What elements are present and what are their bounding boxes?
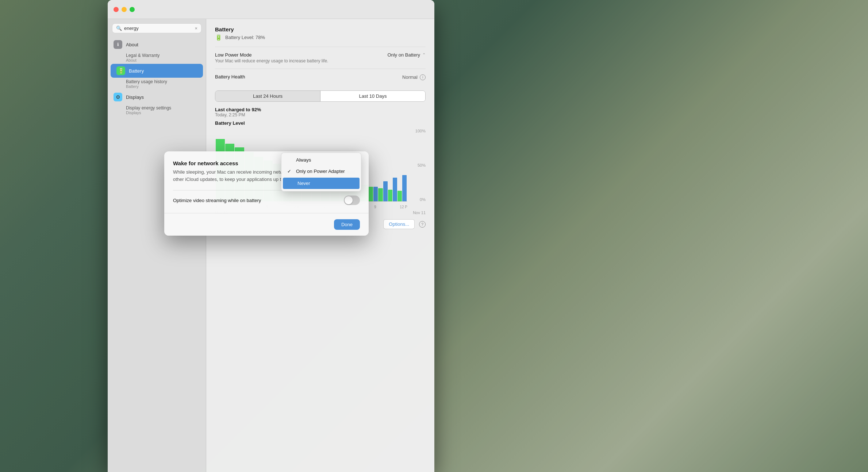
date-nov11: Nov 11 bbox=[413, 210, 426, 215]
search-input[interactable] bbox=[124, 26, 192, 31]
sidebar-item-about-label: About bbox=[126, 42, 138, 47]
tab-last-24-hours[interactable]: Last 24 Hours bbox=[215, 91, 320, 101]
preferences-window: 🔍 × ℹ About Legal & Warranty About 🔋 bbox=[108, 0, 434, 472]
menu-item-never[interactable]: Never bbox=[283, 178, 360, 189]
displays-energy-label: Display energy settings bbox=[126, 105, 200, 111]
sidebar-sub-battery-usage[interactable]: Battery usage history Battery bbox=[108, 78, 206, 90]
battery-health-value: Normal bbox=[402, 74, 418, 80]
low-power-mode-label-block: Low Power Mode Your Mac will reduce ener… bbox=[215, 52, 328, 63]
battery-level-text: Battery Level: 78% bbox=[225, 35, 265, 40]
battery-sidebar-icon: 🔋 bbox=[116, 66, 125, 75]
help-icon[interactable]: ? bbox=[419, 221, 426, 228]
optimize-video-label: Optimize video streaming while on batter… bbox=[173, 198, 261, 203]
battery-health-info-icon[interactable]: i bbox=[420, 74, 426, 80]
menu-item-only-power-adapter[interactable]: ✓ Only on Power Adapter bbox=[281, 166, 361, 177]
battery-health-row: Battery Health Normal i bbox=[215, 69, 426, 85]
bar-group-19 bbox=[397, 175, 407, 201]
about-icon: ℹ bbox=[114, 40, 122, 49]
traffic-lights bbox=[114, 7, 135, 12]
bar-blue-19 bbox=[402, 175, 407, 201]
optimize-video-toggle[interactable] bbox=[344, 196, 360, 205]
content-area: 🔍 × ℹ About Legal & Warranty About 🔋 bbox=[108, 19, 434, 472]
battery-usage-parent: Battery bbox=[126, 84, 200, 89]
bar-group-16 bbox=[369, 187, 378, 201]
bar-blue-18 bbox=[393, 178, 397, 201]
bar-green-16 bbox=[369, 187, 373, 201]
displays-energy-parent: Displays bbox=[126, 111, 200, 115]
bar-green-19 bbox=[397, 191, 402, 201]
tab-last-10-days[interactable]: Last 10 Days bbox=[320, 91, 425, 101]
dropdown-menu: Always ✓ Only on Power Adapter Never bbox=[281, 152, 361, 191]
time-tabs: Last 24 Hours Last 10 Days bbox=[215, 90, 426, 102]
search-icon: 🔍 bbox=[116, 26, 122, 31]
dialog-toggle-row: Optimize video streaming while on batter… bbox=[173, 190, 360, 210]
y-label-0: 0% bbox=[409, 197, 426, 202]
low-power-mode-control[interactable]: Only on Battery ⌃ bbox=[387, 52, 426, 58]
options-button[interactable]: Options... bbox=[383, 219, 415, 229]
sidebar: 🔍 × ℹ About Legal & Warranty About 🔋 bbox=[108, 19, 206, 472]
menu-item-always[interactable]: Always bbox=[281, 154, 361, 166]
battery-usage-label: Battery usage history bbox=[126, 79, 200, 84]
sidebar-item-about[interactable]: ℹ About bbox=[108, 38, 206, 51]
battery-icon-main: 🔋 bbox=[215, 34, 222, 41]
section-title: Battery bbox=[215, 26, 426, 32]
sidebar-sub-legal[interactable]: Legal & Warranty About bbox=[108, 51, 206, 64]
main-panel: Battery 🔋 Battery Level: 78% Low Power M… bbox=[206, 19, 434, 472]
sidebar-item-battery[interactable]: 🔋 Battery bbox=[111, 64, 203, 78]
battery-level-row: 🔋 Battery Level: 78% bbox=[215, 34, 426, 41]
always-label: Always bbox=[296, 157, 355, 163]
sidebar-item-displays[interactable]: ⚙ Displays bbox=[108, 90, 206, 104]
done-button[interactable]: Done bbox=[334, 219, 360, 230]
bar-green-17 bbox=[378, 188, 383, 201]
low-power-chevron-icon: ⌃ bbox=[422, 53, 426, 57]
bar-group-18 bbox=[388, 178, 397, 201]
toggle-knob bbox=[345, 196, 353, 204]
last-charged: Last charged to 92% Today, 2:25 PM bbox=[215, 107, 426, 117]
y-label-100: 100% bbox=[409, 129, 426, 133]
search-bar[interactable]: 🔍 × bbox=[112, 23, 201, 33]
dialog-footer: Done bbox=[164, 213, 369, 236]
title-bar bbox=[108, 0, 434, 19]
x-label-12p: 12 P bbox=[400, 205, 407, 209]
bar-group-17 bbox=[378, 181, 387, 201]
low-power-mode-desc: Your Mac will reduce energy usage to inc… bbox=[215, 58, 328, 63]
bar-blue-16 bbox=[373, 187, 378, 201]
chart-y-labels: 100% 50% 0% bbox=[409, 129, 426, 209]
displays-icon: ⚙ bbox=[114, 93, 122, 101]
x-label-9b: 9 bbox=[374, 205, 376, 209]
maximize-button[interactable] bbox=[130, 7, 135, 12]
battery-health-right: Normal i bbox=[402, 74, 426, 80]
power-adapter-check: ✓ bbox=[287, 169, 293, 174]
never-label: Never bbox=[297, 181, 354, 186]
sidebar-sub-displays-energy[interactable]: Display energy settings Displays bbox=[108, 104, 206, 116]
close-button[interactable] bbox=[114, 7, 119, 12]
search-clear-button[interactable]: × bbox=[195, 26, 197, 31]
chart-title: Battery Level bbox=[215, 120, 426, 126]
minimize-button[interactable] bbox=[122, 7, 127, 12]
sidebar-item-battery-label: Battery bbox=[129, 68, 144, 74]
last-charged-main: Last charged to 92% bbox=[215, 107, 426, 112]
low-power-mode-label: Low Power Mode bbox=[215, 52, 328, 58]
low-power-mode-value: Only on Battery bbox=[387, 52, 420, 58]
bar-blue-17 bbox=[383, 181, 388, 201]
legal-warranty-parent: About bbox=[126, 58, 200, 62]
low-power-mode-row: Low Power Mode Your Mac will reduce ener… bbox=[215, 47, 426, 69]
y-label-50: 50% bbox=[409, 163, 426, 167]
sidebar-item-displays-label: Displays bbox=[126, 94, 144, 100]
last-charged-sub: Today, 2:25 PM bbox=[215, 112, 426, 117]
power-adapter-label: Only on Power Adapter bbox=[296, 169, 355, 174]
battery-health-label: Battery Health bbox=[215, 74, 245, 80]
legal-warranty-label: Legal & Warranty bbox=[126, 53, 200, 58]
bar-green-18 bbox=[388, 190, 392, 201]
